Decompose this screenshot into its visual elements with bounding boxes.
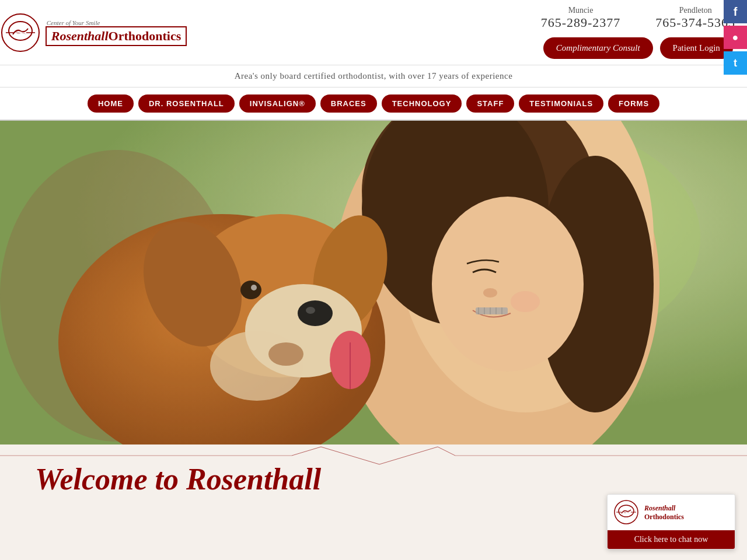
logo-area: Center of Your Smile Rosenthall Orthodon… xyxy=(12,12,175,53)
nav-braces[interactable]: BRACES xyxy=(320,94,377,113)
navigation: HOME DR. ROSENTHALL INVISALIGN® BRACES T… xyxy=(0,88,747,121)
chat-cta-button[interactable]: Click here to chat now xyxy=(608,530,735,549)
nav-testimonials[interactable]: TESTIMONIALS xyxy=(519,94,603,113)
hero-image xyxy=(0,121,747,444)
contact-numbers: Muncie 765-289-2377 Pendleton 765-374-53… xyxy=(541,6,735,30)
hero-scene-svg xyxy=(0,121,747,444)
twitter-icon[interactable]: t xyxy=(724,51,747,75)
brand-orthodontics: Orthodontics xyxy=(109,29,181,44)
site-header: Center of Your Smile Rosenthall Orthodon… xyxy=(0,0,747,65)
decorative-lines xyxy=(0,444,747,467)
header-center: Muncie 765-289-2377 Pendleton 765-374-53… xyxy=(541,6,735,59)
patient-login-button[interactable]: Patient Login xyxy=(660,37,733,59)
nav-staff[interactable]: STAFF xyxy=(466,94,514,113)
contact-muncie: Muncie 765-289-2377 xyxy=(541,6,621,30)
svg-rect-34 xyxy=(0,121,747,444)
tagline-text: Area's only board certified orthodontist… xyxy=(235,71,513,80)
tagline-bar: Area's only board certified orthodontist… xyxy=(0,65,747,88)
nav-invisalign[interactable]: INVISALIGN® xyxy=(239,94,316,113)
logo-tagline: Center of Your Smile xyxy=(47,19,187,26)
header-buttons: Complimentary Consult Patient Login xyxy=(543,37,733,59)
chat-brand-text: Rosenthall Orthodontics xyxy=(644,504,684,522)
chat-logo-bar: Rosenthall Orthodontics xyxy=(608,495,735,530)
logo-text: Center of Your Smile Rosenthall Orthodon… xyxy=(46,19,187,46)
complimentary-consult-button[interactable]: Complimentary Consult xyxy=(543,37,653,59)
instagram-icon[interactable]: ● xyxy=(724,26,747,49)
muncie-city: Muncie xyxy=(541,6,621,15)
brand-rosenthall: Rosenthall xyxy=(51,29,109,44)
muncie-phone: 765-289-2377 xyxy=(541,15,621,30)
logo[interactable]: Center of Your Smile Rosenthall Orthodon… xyxy=(0,12,187,53)
nav-forms[interactable]: FORMS xyxy=(608,94,659,113)
bottom-section: Welcome to Rosenthall Rosenthall Orthodo… xyxy=(0,444,747,560)
logo-icon xyxy=(0,12,41,53)
logo-brand: Rosenthall Orthodontics xyxy=(46,26,187,46)
nav-dr-rosenthall[interactable]: DR. ROSENTHALL xyxy=(138,94,235,113)
chat-logo-icon xyxy=(613,499,640,526)
nav-home[interactable]: HOME xyxy=(88,94,134,113)
nav-technology[interactable]: TECHNOLOGY xyxy=(382,94,462,113)
social-icons: f ● t xyxy=(724,0,747,75)
facebook-icon[interactable]: f xyxy=(724,0,747,23)
chat-widget[interactable]: Rosenthall Orthodontics Click here to ch… xyxy=(607,494,735,550)
